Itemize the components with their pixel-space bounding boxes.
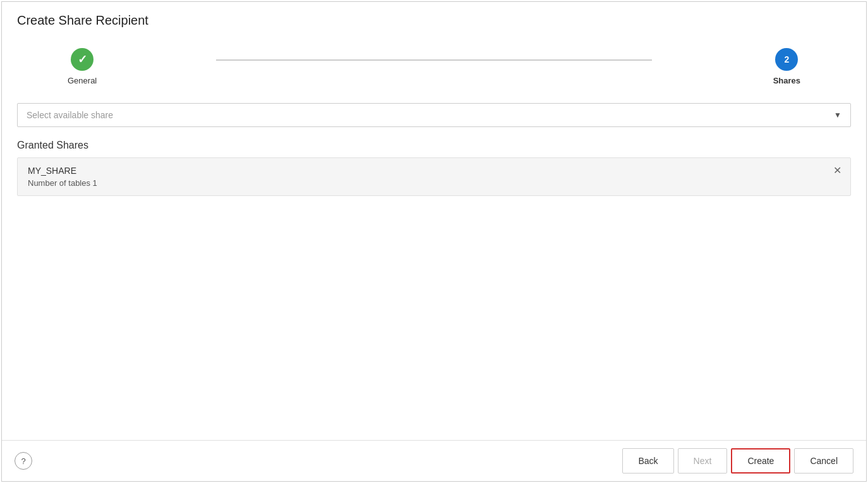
granted-shares-title: Granted Shares — [17, 140, 851, 151]
question-mark-icon: ? — [21, 456, 25, 466]
remove-share-button[interactable]: ✕ — [833, 166, 841, 176]
dialog-footer: ? Back Next Create Cancel — [2, 440, 866, 481]
create-share-recipient-dialog: Create Share Recipient ✓ General 2 Share… — [1, 1, 867, 482]
step-general-circle: ✓ — [71, 48, 93, 71]
checkmark-icon: ✓ — [78, 52, 87, 66]
back-button[interactable]: Back — [622, 448, 673, 474]
stepper: ✓ General 2 Shares — [17, 48, 851, 85]
footer-buttons: Back Next Create Cancel — [622, 448, 853, 474]
dropdown-placeholder: Select available share — [27, 110, 113, 120]
step-shares-number: 2 — [784, 54, 789, 64]
step-general-label: General — [68, 76, 97, 85]
share-item-detail: Number of tables 1 — [28, 178, 840, 188]
step-shares-label: Shares — [773, 76, 800, 85]
next-button: Next — [678, 448, 728, 474]
step-shares: 2 Shares — [773, 48, 800, 85]
chevron-down-icon: ▼ — [834, 111, 841, 119]
dialog-content: ✓ General 2 Shares Select available shar… — [2, 35, 866, 440]
dialog-header: Create Share Recipient — [2, 2, 866, 35]
dialog-title: Create Share Recipient — [17, 13, 851, 28]
share-item-name: MY_SHARE — [28, 166, 840, 176]
stepper-track — [216, 59, 652, 61]
step-general: ✓ General — [68, 48, 97, 85]
select-available-share-dropdown[interactable]: Select available share ▼ — [17, 103, 851, 127]
help-icon[interactable]: ? — [15, 452, 32, 470]
create-button[interactable]: Create — [731, 448, 790, 474]
cancel-button[interactable]: Cancel — [794, 448, 853, 474]
footer-left: ? — [15, 452, 32, 470]
granted-shares-section: Granted Shares MY_SHARE Number of tables… — [17, 140, 851, 196]
share-item: MY_SHARE Number of tables 1 ✕ — [17, 157, 851, 196]
step-shares-circle: 2 — [775, 48, 798, 71]
